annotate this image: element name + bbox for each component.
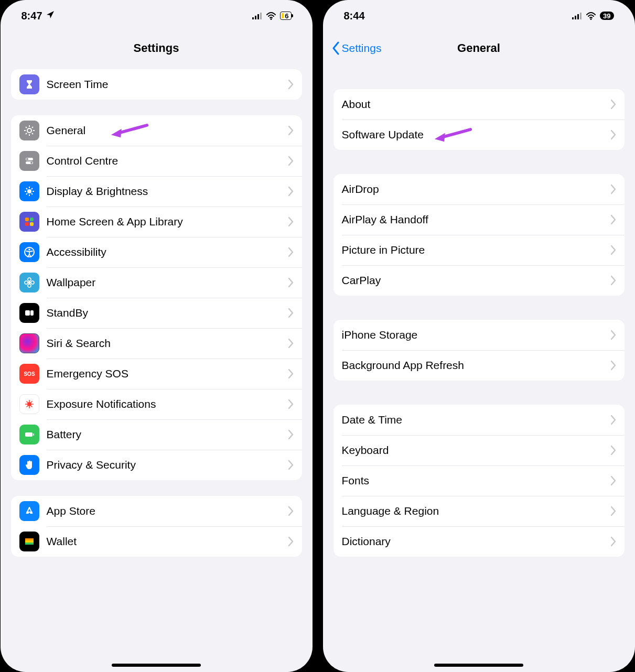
chevron-right-icon xyxy=(611,476,616,485)
row-label: Date & Time xyxy=(342,414,611,426)
hourglass-icon xyxy=(19,74,39,94)
chevron-right-icon xyxy=(611,506,616,516)
row-label: Home Screen & App Library xyxy=(47,215,288,228)
chevron-right-icon xyxy=(288,80,294,89)
row-software-update[interactable]: Software Update xyxy=(333,120,625,150)
row-label: App Store xyxy=(47,505,288,517)
row-exposure[interactable]: Exposure Notifications xyxy=(11,389,302,419)
chevron-right-icon xyxy=(288,126,294,135)
row-label: Wallet xyxy=(47,535,288,548)
row-label: Exposure Notifications xyxy=(47,398,288,410)
page-title: Settings xyxy=(1,41,313,55)
row-label: Control Centre xyxy=(47,155,288,167)
settings-group: Date & Time Keyboard Fonts Language & Re… xyxy=(333,405,625,557)
row-label: Software Update xyxy=(342,128,611,141)
chevron-right-icon xyxy=(611,185,616,194)
row-sos[interactable]: Emergency SOS xyxy=(11,359,302,389)
chevron-right-icon xyxy=(611,130,616,139)
row-label: Accessibility xyxy=(47,246,288,258)
row-iphone-storage[interactable]: iPhone Storage xyxy=(333,320,625,350)
row-general[interactable]: General xyxy=(11,115,302,146)
row-airdrop[interactable]: AirDrop xyxy=(333,174,625,204)
cellular-icon xyxy=(252,13,262,19)
chevron-right-icon xyxy=(611,245,616,255)
settings-group: App Store Wallet xyxy=(11,496,302,557)
chevron-right-icon xyxy=(288,399,294,409)
battery-indicator: 6 xyxy=(280,12,291,20)
row-carplay[interactable]: CarPlay xyxy=(333,265,625,296)
chevron-right-icon xyxy=(288,460,294,470)
row-keyboard[interactable]: Keyboard xyxy=(333,435,625,465)
row-privacy[interactable]: Privacy & Security xyxy=(11,450,302,480)
settings-group: Screen Time xyxy=(11,69,302,100)
chevron-right-icon xyxy=(611,100,616,109)
general-list[interactable]: About Software Update AirDrop AirPlay & … xyxy=(323,65,635,672)
home-indicator[interactable] xyxy=(112,664,201,667)
row-label: Display & Brightness xyxy=(47,185,288,198)
settings-group: AirDrop AirPlay & Handoff Picture in Pic… xyxy=(333,174,625,296)
gear-icon xyxy=(19,121,39,140)
grid-icon xyxy=(19,212,39,232)
row-label: Wallpaper xyxy=(47,276,288,289)
chevron-right-icon xyxy=(288,430,294,439)
row-dictionary[interactable]: Dictionary xyxy=(333,526,625,557)
row-standby[interactable]: StandBy xyxy=(11,298,302,328)
standby-icon xyxy=(19,303,39,323)
row-siri[interactable]: Siri & Search xyxy=(11,328,302,359)
chevron-right-icon xyxy=(611,361,616,370)
row-wallpaper[interactable]: Wallpaper xyxy=(11,267,302,298)
hand-icon xyxy=(19,455,39,475)
row-label: Dictionary xyxy=(342,535,611,548)
row-label: AirDrop xyxy=(342,183,611,196)
row-wallet[interactable]: Wallet xyxy=(11,526,302,557)
row-bg-refresh[interactable]: Background App Refresh xyxy=(333,350,625,381)
chevron-right-icon xyxy=(288,247,294,257)
row-screen-time[interactable]: Screen Time xyxy=(11,69,302,100)
row-label: Screen Time xyxy=(47,78,288,91)
chevron-right-icon xyxy=(611,537,616,546)
row-app-store[interactable]: App Store xyxy=(11,496,302,526)
chevron-right-icon xyxy=(611,215,616,224)
wifi-icon xyxy=(266,12,276,20)
home-indicator[interactable] xyxy=(434,664,523,667)
sun-icon xyxy=(19,181,39,201)
status-bar: 8:47 6 xyxy=(1,0,313,31)
status-time: 8:47 xyxy=(21,10,42,22)
wallet-icon xyxy=(19,532,39,551)
chevron-left-icon xyxy=(331,41,341,55)
phone-left: 8:47 6 Settings Screen Time xyxy=(1,0,313,672)
row-label: General xyxy=(47,124,288,137)
status-time: 8:44 xyxy=(344,10,365,22)
chevron-right-icon xyxy=(288,537,294,546)
appstore-icon xyxy=(19,501,39,521)
row-airplay[interactable]: AirPlay & Handoff xyxy=(333,204,625,235)
row-battery[interactable]: Battery xyxy=(11,419,302,450)
row-date-time[interactable]: Date & Time xyxy=(333,405,625,435)
row-fonts[interactable]: Fonts xyxy=(333,465,625,496)
row-accessibility[interactable]: Accessibility xyxy=(11,237,302,267)
sos-icon xyxy=(19,364,39,384)
row-home-screen[interactable]: Home Screen & App Library xyxy=(11,207,302,237)
battery-icon xyxy=(19,425,39,445)
row-label: AirPlay & Handoff xyxy=(342,213,611,226)
cellular-icon xyxy=(572,13,582,19)
row-label: Language & Region xyxy=(342,505,611,517)
chevron-right-icon xyxy=(611,415,616,425)
row-language-region[interactable]: Language & Region xyxy=(333,496,625,526)
back-button[interactable]: Settings xyxy=(331,41,382,55)
row-label: Privacy & Security xyxy=(47,459,288,471)
row-about[interactable]: About xyxy=(333,89,625,120)
chevron-right-icon xyxy=(288,217,294,226)
chevron-right-icon xyxy=(288,308,294,318)
row-pip[interactable]: Picture in Picture xyxy=(333,235,625,265)
settings-list[interactable]: Screen Time General Control Centre xyxy=(1,65,313,672)
row-label: Background App Refresh xyxy=(342,359,611,372)
chevron-right-icon xyxy=(288,369,294,378)
row-label: Emergency SOS xyxy=(47,367,288,380)
nav-header: Settings xyxy=(1,31,313,65)
chevron-right-icon xyxy=(288,506,294,516)
back-label: Settings xyxy=(342,42,382,55)
row-control-centre[interactable]: Control Centre xyxy=(11,146,302,176)
row-display-brightness[interactable]: Display & Brightness xyxy=(11,176,302,207)
accessibility-icon xyxy=(19,242,39,262)
